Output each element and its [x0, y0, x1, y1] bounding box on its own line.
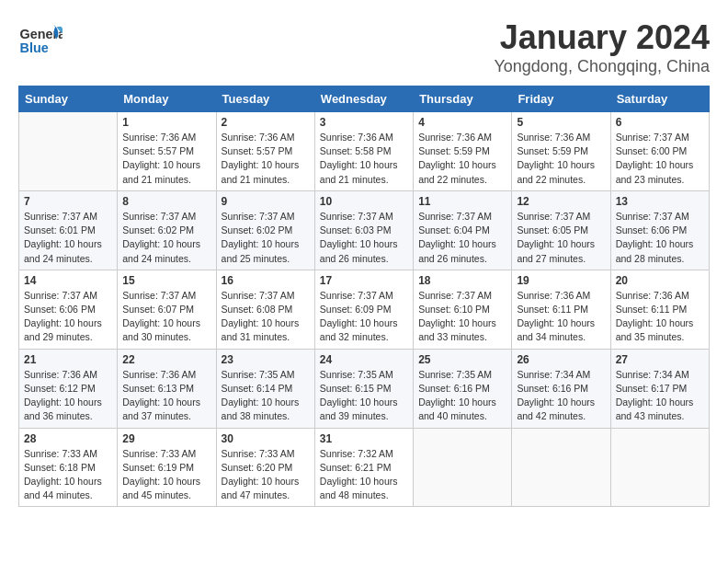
calendar-cell: 19Sunrise: 7:36 AMSunset: 6:11 PMDayligh…: [512, 270, 610, 349]
day-info: Sunrise: 7:36 AMSunset: 6:11 PMDaylight:…: [616, 289, 704, 345]
calendar-cell: 3Sunrise: 7:36 AMSunset: 5:58 PMDaylight…: [314, 112, 413, 191]
calendar-cell: 15Sunrise: 7:37 AMSunset: 6:07 PMDayligh…: [118, 270, 216, 349]
calendar-cell: 31Sunrise: 7:32 AMSunset: 6:21 PMDayligh…: [314, 428, 413, 507]
calendar-cell: 14Sunrise: 7:37 AMSunset: 6:06 PMDayligh…: [19, 270, 118, 349]
calendar-cell: 8Sunrise: 7:37 AMSunset: 6:02 PMDaylight…: [118, 190, 216, 270]
logo: General Blue: [18, 18, 63, 63]
weekday-header: Wednesday: [314, 86, 413, 112]
calendar-cell: 9Sunrise: 7:37 AMSunset: 6:02 PMDaylight…: [216, 190, 314, 270]
day-info: Sunrise: 7:37 AMSunset: 6:09 PMDaylight:…: [320, 289, 408, 345]
day-info: Sunrise: 7:36 AMSunset: 6:11 PMDaylight:…: [517, 289, 605, 345]
calendar-cell: 24Sunrise: 7:35 AMSunset: 6:15 PMDayligh…: [314, 349, 413, 428]
calendar-cell: 2Sunrise: 7:36 AMSunset: 5:57 PMDaylight…: [216, 112, 314, 191]
day-info: Sunrise: 7:33 AMSunset: 6:18 PMDaylight:…: [24, 447, 112, 503]
day-number: 6: [616, 116, 704, 129]
day-number: 11: [418, 195, 506, 208]
calendar-cell: 23Sunrise: 7:35 AMSunset: 6:14 PMDayligh…: [216, 349, 314, 428]
svg-text:Blue: Blue: [20, 40, 49, 55]
day-number: 25: [418, 353, 506, 366]
day-info: Sunrise: 7:33 AMSunset: 6:20 PMDaylight:…: [222, 447, 310, 503]
calendar-cell: [414, 428, 512, 507]
logo-icon: General Blue: [18, 18, 63, 63]
calendar-cell: [610, 428, 709, 507]
day-number: 4: [418, 116, 506, 129]
weekday-header: Monday: [118, 86, 216, 112]
calendar-cell: 16Sunrise: 7:37 AMSunset: 6:08 PMDayligh…: [216, 270, 314, 349]
weekday-header: Tuesday: [216, 86, 314, 112]
day-info: Sunrise: 7:36 AMSunset: 6:13 PMDaylight:…: [122, 368, 210, 424]
calendar-cell: 20Sunrise: 7:36 AMSunset: 6:11 PMDayligh…: [610, 270, 709, 349]
title-block: January 2024 Yongdong, Chongqing, China: [494, 18, 710, 76]
day-number: 24: [320, 353, 408, 366]
day-number: 29: [122, 432, 210, 445]
calendar-cell: 4Sunrise: 7:36 AMSunset: 5:59 PMDaylight…: [414, 112, 512, 191]
day-info: Sunrise: 7:37 AMSunset: 6:03 PMDaylight:…: [320, 210, 408, 266]
day-number: 16: [222, 274, 310, 287]
day-number: 3: [320, 116, 408, 129]
day-info: Sunrise: 7:37 AMSunset: 6:06 PMDaylight:…: [24, 289, 112, 345]
calendar-cell: 30Sunrise: 7:33 AMSunset: 6:20 PMDayligh…: [216, 428, 314, 507]
calendar-table: SundayMondayTuesdayWednesdayThursdayFrid…: [18, 86, 710, 507]
calendar-cell: 22Sunrise: 7:36 AMSunset: 6:13 PMDayligh…: [118, 349, 216, 428]
day-number: 31: [320, 432, 408, 445]
calendar-cell: 12Sunrise: 7:37 AMSunset: 6:05 PMDayligh…: [512, 190, 610, 270]
day-number: 22: [122, 353, 210, 366]
weekday-header: Friday: [512, 86, 610, 112]
calendar-cell: 17Sunrise: 7:37 AMSunset: 6:09 PMDayligh…: [314, 270, 413, 349]
day-info: Sunrise: 7:32 AMSunset: 6:21 PMDaylight:…: [320, 447, 408, 503]
day-info: Sunrise: 7:37 AMSunset: 6:02 PMDaylight:…: [222, 210, 310, 266]
day-number: 26: [517, 353, 605, 366]
calendar-week-row: 1Sunrise: 7:36 AMSunset: 5:57 PMDaylight…: [19, 112, 710, 191]
day-number: 1: [122, 116, 210, 129]
day-info: Sunrise: 7:36 AMSunset: 5:57 PMDaylight:…: [122, 131, 210, 187]
day-info: Sunrise: 7:34 AMSunset: 6:16 PMDaylight:…: [517, 368, 605, 424]
calendar-cell: 7Sunrise: 7:37 AMSunset: 6:01 PMDaylight…: [19, 190, 118, 270]
day-number: 21: [24, 353, 112, 366]
day-info: Sunrise: 7:36 AMSunset: 5:59 PMDaylight:…: [517, 131, 605, 187]
day-info: Sunrise: 7:36 AMSunset: 6:12 PMDaylight:…: [24, 368, 112, 424]
weekday-header: Saturday: [610, 86, 709, 112]
month-title: January 2024: [494, 18, 710, 57]
calendar-cell: 13Sunrise: 7:37 AMSunset: 6:06 PMDayligh…: [610, 190, 709, 270]
calendar-cell: 29Sunrise: 7:33 AMSunset: 6:19 PMDayligh…: [118, 428, 216, 507]
calendar-cell: 28Sunrise: 7:33 AMSunset: 6:18 PMDayligh…: [19, 428, 118, 507]
day-info: Sunrise: 7:36 AMSunset: 5:58 PMDaylight:…: [320, 131, 408, 187]
day-info: Sunrise: 7:37 AMSunset: 6:08 PMDaylight:…: [222, 289, 310, 345]
calendar-week-row: 21Sunrise: 7:36 AMSunset: 6:12 PMDayligh…: [19, 349, 710, 428]
weekday-header: Sunday: [19, 86, 118, 112]
calendar-cell: 18Sunrise: 7:37 AMSunset: 6:10 PMDayligh…: [414, 270, 512, 349]
day-number: 12: [517, 195, 605, 208]
page-header: General Blue January 2024 Yongdong, Chon…: [18, 18, 710, 76]
calendar-cell: 25Sunrise: 7:35 AMSunset: 6:16 PMDayligh…: [414, 349, 512, 428]
day-number: 17: [320, 274, 408, 287]
day-number: 18: [418, 274, 506, 287]
day-number: 8: [122, 195, 210, 208]
day-number: 28: [24, 432, 112, 445]
calendar-cell: [19, 112, 118, 191]
calendar-cell: [512, 428, 610, 507]
day-info: Sunrise: 7:35 AMSunset: 6:14 PMDaylight:…: [222, 368, 310, 424]
calendar-cell: 27Sunrise: 7:34 AMSunset: 6:17 PMDayligh…: [610, 349, 709, 428]
day-number: 7: [24, 195, 112, 208]
day-number: 27: [616, 353, 704, 366]
calendar-week-row: 28Sunrise: 7:33 AMSunset: 6:18 PMDayligh…: [19, 428, 710, 507]
calendar-cell: 11Sunrise: 7:37 AMSunset: 6:04 PMDayligh…: [414, 190, 512, 270]
calendar-cell: 21Sunrise: 7:36 AMSunset: 6:12 PMDayligh…: [19, 349, 118, 428]
day-info: Sunrise: 7:37 AMSunset: 6:07 PMDaylight:…: [122, 289, 210, 345]
calendar-cell: 5Sunrise: 7:36 AMSunset: 5:59 PMDaylight…: [512, 112, 610, 191]
day-info: Sunrise: 7:33 AMSunset: 6:19 PMDaylight:…: [122, 447, 210, 503]
calendar-week-row: 7Sunrise: 7:37 AMSunset: 6:01 PMDaylight…: [19, 190, 710, 270]
day-info: Sunrise: 7:35 AMSunset: 6:16 PMDaylight:…: [418, 368, 506, 424]
day-number: 23: [222, 353, 310, 366]
day-number: 13: [616, 195, 704, 208]
day-number: 2: [222, 116, 310, 129]
location-subtitle: Yongdong, Chongqing, China: [494, 57, 710, 76]
day-info: Sunrise: 7:37 AMSunset: 6:01 PMDaylight:…: [24, 210, 112, 266]
calendar-cell: 6Sunrise: 7:37 AMSunset: 6:00 PMDaylight…: [610, 112, 709, 191]
day-number: 30: [222, 432, 310, 445]
day-number: 15: [122, 274, 210, 287]
day-info: Sunrise: 7:36 AMSunset: 5:57 PMDaylight:…: [222, 131, 310, 187]
calendar-cell: 26Sunrise: 7:34 AMSunset: 6:16 PMDayligh…: [512, 349, 610, 428]
day-info: Sunrise: 7:35 AMSunset: 6:15 PMDaylight:…: [320, 368, 408, 424]
calendar-cell: 10Sunrise: 7:37 AMSunset: 6:03 PMDayligh…: [314, 190, 413, 270]
